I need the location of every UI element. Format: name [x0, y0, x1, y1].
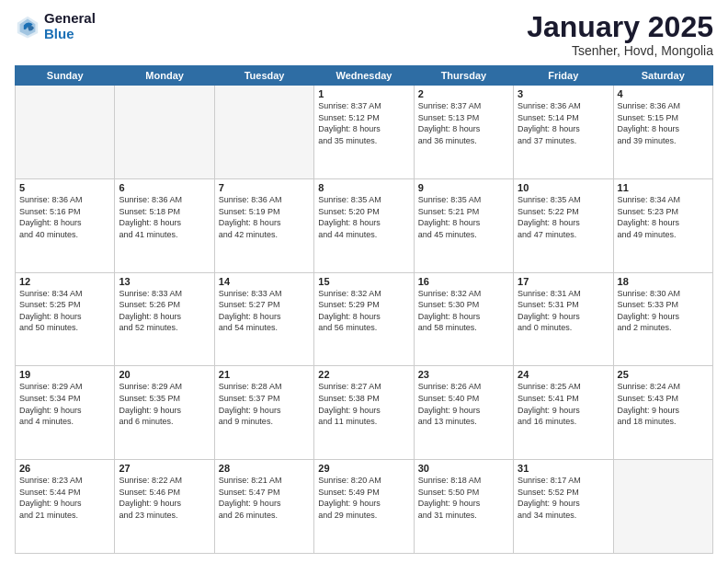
- calendar-cell: [16, 86, 115, 179]
- calendar-cell: 8Sunrise: 8:35 AM Sunset: 5:20 PM Daylig…: [314, 178, 414, 272]
- calendar-cell: [214, 86, 313, 179]
- day-info: Sunrise: 8:25 AM Sunset: 5:41 PM Dayligh…: [518, 381, 609, 427]
- day-number: 1: [318, 88, 409, 99]
- calendar-cell: 1Sunrise: 8:37 AM Sunset: 5:12 PM Daylig…: [314, 86, 414, 179]
- day-number: 11: [618, 182, 709, 193]
- day-info: Sunrise: 8:35 AM Sunset: 5:22 PM Dayligh…: [518, 194, 609, 240]
- day-number: 26: [19, 463, 110, 474]
- calendar-cell: [115, 86, 214, 179]
- calendar-cell: 5Sunrise: 8:36 AM Sunset: 5:16 PM Daylig…: [16, 178, 115, 272]
- calendar-cell: 6Sunrise: 8:36 AM Sunset: 5:18 PM Daylig…: [115, 178, 214, 272]
- day-number: 12: [19, 276, 110, 287]
- calendar-cell: 23Sunrise: 8:26 AM Sunset: 5:40 PM Dayli…: [414, 366, 513, 460]
- week-row-3: 12Sunrise: 8:34 AM Sunset: 5:25 PM Dayli…: [16, 272, 713, 366]
- day-number: 21: [219, 369, 310, 380]
- calendar-cell: 24Sunrise: 8:25 AM Sunset: 5:41 PM Dayli…: [514, 366, 613, 460]
- calendar-cell: 4Sunrise: 8:36 AM Sunset: 5:15 PM Daylig…: [613, 86, 712, 179]
- calendar-cell: 11Sunrise: 8:34 AM Sunset: 5:23 PM Dayli…: [613, 178, 712, 272]
- day-number: 8: [318, 182, 409, 193]
- calendar-cell: 13Sunrise: 8:33 AM Sunset: 5:26 PM Dayli…: [115, 272, 214, 366]
- day-number: 9: [418, 182, 509, 193]
- calendar-cell: 3Sunrise: 8:36 AM Sunset: 5:14 PM Daylig…: [514, 86, 613, 179]
- day-info: Sunrise: 8:18 AM Sunset: 5:50 PM Dayligh…: [418, 475, 509, 521]
- day-number: 15: [318, 276, 409, 287]
- calendar-cell: 25Sunrise: 8:24 AM Sunset: 5:43 PM Dayli…: [613, 366, 712, 460]
- day-number: 14: [219, 276, 310, 287]
- weekday-header-wednesday: Wednesday: [314, 66, 414, 86]
- calendar-cell: 28Sunrise: 8:21 AM Sunset: 5:47 PM Dayli…: [214, 460, 313, 554]
- day-number: 6: [119, 182, 210, 193]
- day-number: 31: [518, 463, 609, 474]
- weekday-header-thursday: Thursday: [414, 66, 513, 86]
- day-number: 7: [219, 182, 310, 193]
- day-info: Sunrise: 8:31 AM Sunset: 5:31 PM Dayligh…: [518, 288, 609, 334]
- day-number: 3: [518, 88, 609, 99]
- calendar-cell: 30Sunrise: 8:18 AM Sunset: 5:50 PM Dayli…: [414, 460, 513, 554]
- logo-line2: Blue: [44, 27, 96, 42]
- calendar-subtitle: Tsenher, Hovd, Mongolia: [527, 43, 713, 58]
- day-info: Sunrise: 8:34 AM Sunset: 5:23 PM Dayligh…: [618, 194, 709, 240]
- calendar-cell: 15Sunrise: 8:32 AM Sunset: 5:29 PM Dayli…: [314, 272, 414, 366]
- calendar-cell: 26Sunrise: 8:23 AM Sunset: 5:44 PM Dayli…: [16, 460, 115, 554]
- calendar-table: SundayMondayTuesdayWednesdayThursdayFrid…: [15, 65, 713, 554]
- week-row-1: 1Sunrise: 8:37 AM Sunset: 5:12 PM Daylig…: [16, 86, 713, 179]
- weekday-header-row: SundayMondayTuesdayWednesdayThursdayFrid…: [16, 66, 713, 86]
- calendar-cell: 17Sunrise: 8:31 AM Sunset: 5:31 PM Dayli…: [514, 272, 613, 366]
- day-info: Sunrise: 8:33 AM Sunset: 5:26 PM Dayligh…: [119, 288, 210, 334]
- calendar-cell: 16Sunrise: 8:32 AM Sunset: 5:30 PM Dayli…: [414, 272, 513, 366]
- day-number: 5: [19, 182, 110, 193]
- day-number: 23: [418, 369, 509, 380]
- day-info: Sunrise: 8:36 AM Sunset: 5:15 PM Dayligh…: [618, 100, 709, 146]
- calendar-cell: 31Sunrise: 8:17 AM Sunset: 5:52 PM Dayli…: [514, 460, 613, 554]
- day-info: Sunrise: 8:32 AM Sunset: 5:30 PM Dayligh…: [418, 288, 509, 334]
- day-info: Sunrise: 8:28 AM Sunset: 5:37 PM Dayligh…: [219, 381, 310, 427]
- day-number: 20: [119, 369, 210, 380]
- day-info: Sunrise: 8:30 AM Sunset: 5:33 PM Dayligh…: [618, 288, 709, 334]
- week-row-5: 26Sunrise: 8:23 AM Sunset: 5:44 PM Dayli…: [16, 460, 713, 554]
- weekday-header-monday: Monday: [115, 66, 214, 86]
- calendar-body: 1Sunrise: 8:37 AM Sunset: 5:12 PM Daylig…: [16, 86, 713, 554]
- day-info: Sunrise: 8:21 AM Sunset: 5:47 PM Dayligh…: [219, 475, 310, 521]
- day-number: 4: [618, 88, 709, 99]
- day-number: 19: [19, 369, 110, 380]
- header: General Blue January 2025 Tsenher, Hovd,…: [15, 11, 713, 58]
- day-number: 29: [318, 463, 409, 474]
- calendar-cell: 12Sunrise: 8:34 AM Sunset: 5:25 PM Dayli…: [16, 272, 115, 366]
- day-info: Sunrise: 8:27 AM Sunset: 5:38 PM Dayligh…: [318, 381, 409, 427]
- weekday-header-saturday: Saturday: [613, 66, 712, 86]
- day-number: 17: [518, 276, 609, 287]
- day-info: Sunrise: 8:36 AM Sunset: 5:14 PM Dayligh…: [518, 100, 609, 146]
- day-number: 28: [219, 463, 310, 474]
- week-row-4: 19Sunrise: 8:29 AM Sunset: 5:34 PM Dayli…: [16, 366, 713, 460]
- logo-icon: [15, 14, 40, 40]
- day-number: 22: [318, 369, 409, 380]
- calendar-cell: 21Sunrise: 8:28 AM Sunset: 5:37 PM Dayli…: [214, 366, 313, 460]
- day-number: 24: [518, 369, 609, 380]
- calendar-cell: 10Sunrise: 8:35 AM Sunset: 5:22 PM Dayli…: [514, 178, 613, 272]
- calendar-cell: 18Sunrise: 8:30 AM Sunset: 5:33 PM Dayli…: [613, 272, 712, 366]
- day-info: Sunrise: 8:29 AM Sunset: 5:35 PM Dayligh…: [119, 381, 210, 427]
- day-info: Sunrise: 8:36 AM Sunset: 5:18 PM Dayligh…: [119, 194, 210, 240]
- day-info: Sunrise: 8:17 AM Sunset: 5:52 PM Dayligh…: [518, 475, 609, 521]
- day-info: Sunrise: 8:32 AM Sunset: 5:29 PM Dayligh…: [318, 288, 409, 334]
- day-info: Sunrise: 8:24 AM Sunset: 5:43 PM Dayligh…: [618, 381, 709, 427]
- calendar-cell: 2Sunrise: 8:37 AM Sunset: 5:13 PM Daylig…: [414, 86, 513, 179]
- day-info: Sunrise: 8:20 AM Sunset: 5:49 PM Dayligh…: [318, 475, 409, 521]
- page: General Blue January 2025 Tsenher, Hovd,…: [0, 0, 728, 563]
- day-number: 30: [418, 463, 509, 474]
- day-number: 27: [119, 463, 210, 474]
- logo-line1: General: [44, 11, 96, 27]
- day-number: 13: [119, 276, 210, 287]
- calendar-title: January 2025: [527, 11, 713, 43]
- calendar-cell: 9Sunrise: 8:35 AM Sunset: 5:21 PM Daylig…: [414, 178, 513, 272]
- calendar-cell: [613, 460, 712, 554]
- calendar-cell: 19Sunrise: 8:29 AM Sunset: 5:34 PM Dayli…: [16, 366, 115, 460]
- calendar-cell: 22Sunrise: 8:27 AM Sunset: 5:38 PM Dayli…: [314, 366, 414, 460]
- day-number: 2: [418, 88, 509, 99]
- calendar-cell: 20Sunrise: 8:29 AM Sunset: 5:35 PM Dayli…: [115, 366, 214, 460]
- day-info: Sunrise: 8:37 AM Sunset: 5:12 PM Dayligh…: [318, 100, 409, 146]
- logo: General Blue: [15, 11, 96, 41]
- day-info: Sunrise: 8:36 AM Sunset: 5:16 PM Dayligh…: [19, 194, 110, 240]
- calendar-cell: 27Sunrise: 8:22 AM Sunset: 5:46 PM Dayli…: [115, 460, 214, 554]
- day-info: Sunrise: 8:34 AM Sunset: 5:25 PM Dayligh…: [19, 288, 110, 334]
